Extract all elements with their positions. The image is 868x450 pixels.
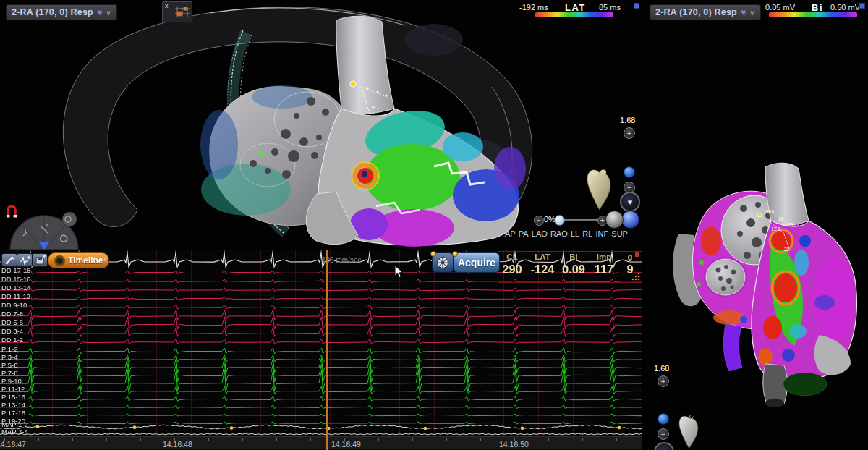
trackball-button[interactable] bbox=[605, 211, 624, 229]
notification-dot bbox=[452, 251, 458, 257]
green-mesh bbox=[783, 373, 827, 396]
pie-extra-button[interactable] bbox=[62, 212, 77, 226]
wrench-tool-button[interactable] bbox=[1, 253, 17, 267]
zoom-slider-track[interactable] bbox=[629, 139, 629, 187]
time-tick bbox=[378, 438, 379, 441]
ablation-grid-icon[interactable] bbox=[174, 4, 190, 20]
mouse-cursor bbox=[394, 265, 404, 279]
view-button-ap[interactable]: AP bbox=[505, 229, 516, 238]
save-snapshot-button[interactable] bbox=[32, 253, 48, 267]
time-tick bbox=[548, 438, 549, 441]
map-title: 2-RA (170, 0) Resp bbox=[655, 7, 737, 17]
globe-button[interactable] bbox=[621, 211, 639, 229]
channel-label[interactable]: DD 5-6 bbox=[1, 318, 23, 326]
view-button-ll[interactable]: LL bbox=[571, 229, 579, 238]
opacity-minus-button[interactable]: − bbox=[534, 216, 544, 226]
opacity-slider-thumb[interactable] bbox=[554, 215, 565, 226]
resize-grip[interactable] bbox=[631, 272, 641, 281]
zoom-slider-thumb[interactable] bbox=[624, 166, 635, 178]
chevron-down-icon[interactable]: ∨ bbox=[103, 255, 108, 263]
zoom-in-button[interactable]: + bbox=[658, 375, 669, 387]
time-tick bbox=[90, 438, 90, 441]
zoom-out-button[interactable]: − bbox=[658, 428, 669, 440]
close-icon[interactable]: x bbox=[165, 2, 169, 9]
measurement-value: 117 bbox=[589, 263, 619, 276]
map-title-chip[interactable]: 2-RA (170, 0) Resp ♥ ∨ bbox=[650, 4, 761, 20]
channel-label[interactable]: MAP 3-4 bbox=[1, 428, 28, 436]
review-cursor[interactable] bbox=[326, 250, 328, 450]
chevron-down-icon[interactable]: ∨ bbox=[749, 9, 755, 17]
channel-label[interactable]: DD 1-2 bbox=[1, 336, 23, 344]
measurement-lat: LAT-124 bbox=[527, 252, 558, 276]
channel-label[interactable]: P 15-16 bbox=[1, 393, 25, 401]
signal-add-button[interactable] bbox=[17, 253, 33, 267]
scale-max: 85 ms bbox=[599, 3, 621, 12]
heart-view-button[interactable]: ♥ bbox=[654, 442, 674, 450]
time-tick bbox=[446, 438, 447, 441]
channel-label[interactable]: P 1-2 bbox=[1, 345, 18, 353]
acquire-button[interactable]: Acquire bbox=[454, 252, 500, 273]
measurement-label: Imp bbox=[589, 252, 619, 261]
timestamp-label: 14:16:50 bbox=[499, 440, 529, 449]
channel-label[interactable]: P 9-10 bbox=[1, 377, 22, 385]
bi-map-3d[interactable]: 14161817 22022 bbox=[657, 154, 868, 411]
time-tick bbox=[158, 438, 158, 441]
map-title-chip[interactable]: 2-RA (170, 0) Resp ♥ ∨ bbox=[6, 4, 117, 20]
viewport-corner-button[interactable] bbox=[859, 3, 865, 9]
time-tick bbox=[140, 438, 141, 441]
timeline-button[interactable]: Timeline bbox=[48, 252, 109, 268]
view-button-lao[interactable]: LAO bbox=[532, 229, 548, 238]
measurement-label: CL bbox=[498, 252, 527, 261]
channel-label[interactable]: P 11-12 bbox=[1, 385, 25, 393]
zoom-slider-track[interactable] bbox=[663, 387, 663, 413]
signal-panel[interactable]: DD 17-18DD 15-16DD 13-14DD 11-12DD 9-10D… bbox=[0, 250, 642, 450]
view-button-inf[interactable]: INF bbox=[595, 229, 608, 238]
channel-label[interactable]: DD 3-4 bbox=[1, 327, 23, 335]
point-tag-button[interactable] bbox=[432, 252, 454, 273]
record-indicator[interactable] bbox=[635, 252, 639, 257]
channel-label[interactable]: P 7-8 bbox=[1, 369, 18, 377]
timestamp-label: 14:16:47 bbox=[0, 440, 26, 449]
acquire-label: Acquire bbox=[458, 257, 495, 268]
channel-label[interactable]: P 13-14 bbox=[1, 401, 25, 409]
reference-heart-model[interactable] bbox=[673, 414, 705, 450]
time-tick bbox=[430, 438, 430, 441]
viewport-corner-button[interactable] bbox=[634, 3, 639, 9]
time-tick bbox=[310, 438, 311, 441]
svg-text:17 2: 17 2 bbox=[771, 226, 780, 232]
channel-label[interactable]: DD 15-16 bbox=[1, 275, 31, 283]
view-button-sup[interactable]: SUP bbox=[611, 229, 628, 238]
timeline-bar[interactable]: 14:16:4714:16:4814:16:4914:16:50 bbox=[0, 436, 642, 449]
view-button-rao[interactable]: RAO bbox=[550, 229, 568, 238]
measurement-cl: CL290 bbox=[498, 252, 527, 276]
grid-tool-panel[interactable]: x bbox=[162, 1, 192, 22]
heart-view-button[interactable]: ♥ bbox=[620, 192, 640, 212]
measurement-value: -124 bbox=[527, 263, 558, 276]
time-tick bbox=[294, 438, 294, 441]
view-button-rl[interactable]: RL bbox=[582, 229, 592, 238]
channel-label[interactable]: DD 7-8 bbox=[1, 310, 23, 318]
channel-label[interactable]: P 17-18 bbox=[1, 409, 25, 417]
chevron-down-icon[interactable]: ∨ bbox=[106, 9, 111, 17]
time-tick bbox=[242, 438, 243, 441]
channel-label[interactable]: P 5-6 bbox=[1, 361, 18, 369]
lat-map-3d[interactable] bbox=[29, 0, 615, 250]
viewport-lat-map[interactable]: x 2-RA (170, 0) Resp ♥ ∨ -192 ms LAT 85 … bbox=[0, 0, 642, 250]
scale-max: 0.50 mV bbox=[830, 3, 860, 12]
pie-tool-menu[interactable] bbox=[6, 207, 82, 250]
zoom-in-button[interactable]: + bbox=[624, 127, 635, 139]
channel-label[interactable]: DD 11-12 bbox=[1, 292, 30, 300]
channel-label[interactable]: DD 13-14 bbox=[1, 284, 31, 292]
channel-label[interactable]: P 3-4 bbox=[1, 353, 18, 361]
time-tick bbox=[498, 438, 498, 441]
bi-color-scale[interactable] bbox=[769, 12, 857, 17]
channel-label[interactable]: DD 9-10 bbox=[1, 301, 27, 309]
viewport-bi-map[interactable]: 14161817 22022 2-RA (170, 0) Resp ♥ ∨ 0.… bbox=[644, 0, 868, 450]
view-button-pa[interactable]: PA bbox=[519, 229, 529, 238]
reference-heart-model[interactable] bbox=[584, 167, 613, 212]
timestamp-label: 14:16:48 bbox=[163, 440, 192, 449]
zoom-slider-thumb[interactable] bbox=[658, 413, 669, 425]
lat-color-scale[interactable] bbox=[535, 12, 613, 17]
channel-label[interactable]: DD 17-18 bbox=[1, 266, 31, 274]
time-tick bbox=[260, 438, 260, 441]
